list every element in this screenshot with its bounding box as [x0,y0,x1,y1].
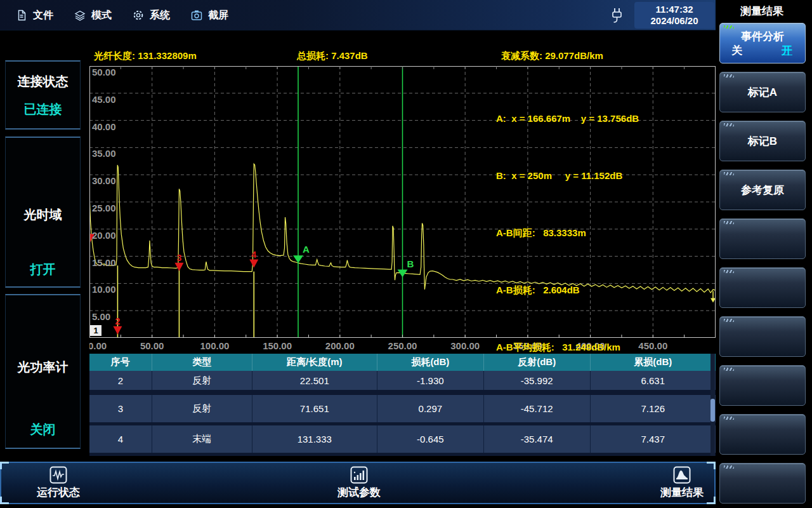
marker-a-button[interactable]: 标记A [719,72,806,112]
corner-mark [724,319,734,322]
marker-letter: A [303,244,310,255]
marker-b-readout: B: x = 250m y = 11.152dB [496,166,639,185]
nav-test-params[interactable]: 测试参数 [311,466,407,500]
x-tick-label: 250.00 [388,340,417,351]
time-text: 11:47:32 [634,4,714,15]
y-tick-label: 35.00 [92,148,116,159]
y-tick-label: 45.00 [92,94,116,105]
reference-restore-button[interactable]: 参考复原 [719,170,806,210]
table-cell: 22.501 [252,371,377,390]
table-cell: 3 [89,395,152,422]
table-cell: -0.645 [377,425,484,453]
menu-item-mode[interactable]: 模式 [74,9,112,22]
menu-button-empty[interactable] [719,365,806,406]
y-tick-label: 10.00 [92,284,116,295]
ab-distance-readout: A-B间距: 83.3333m [496,224,639,243]
table-cell: 反射 [152,371,252,390]
event-number-label: 2 [115,316,121,326]
table-scrollbar[interactable] [710,354,715,456]
x-tick-label: 0.00 [89,340,107,351]
corner-mark [724,368,734,371]
table-cell: 反射 [152,395,252,422]
table-cell: 7.126 [591,395,716,422]
plug-icon [609,6,625,24]
menu-item-label: 模式 [91,9,112,22]
column-header: 累损(dB) [591,354,716,371]
otdr-panel[interactable]: 光时域 打开 [5,137,81,288]
table-cell: -45.712 [484,395,591,422]
otdr-screen: 文件 模式 系统 [0,0,812,508]
table-cell: 0.297 [377,395,484,422]
event-table-header: 序号类型距离/长度(m)损耗(dB)反射(dB)累损(dB) [89,354,716,371]
x-tick-label: 50.00 [140,340,164,351]
marker-letter: B [407,258,414,269]
menu-button-empty[interactable] [719,316,806,357]
file-icon [15,9,28,22]
clock: 11:47:32 2024/06/20 [634,2,714,29]
x-tick-label: 200.00 [325,340,355,351]
y-tick-label: 40.00 [92,121,116,132]
nav-run-status[interactable]: 运行状态 [14,466,103,500]
table-cell: 末端 [152,425,252,453]
event-analysis-off[interactable]: 关 [731,43,742,58]
marker-readout: A: x = 166.667m y = 13.756dB B: x = 250m… [496,71,639,395]
event-number-label: 3 [177,253,182,263]
trace-number-badge: 1 [90,325,102,336]
screenshot-icon [190,9,203,22]
x-tick-label: 300.00 [450,340,480,351]
panel-title: 连接状态 [6,73,80,90]
panel-title: 光功率计 [6,359,80,376]
nav-label: 测试参数 [337,485,381,500]
event-analysis-label: 事件分析 [720,29,805,44]
total-loss-value: 总损耗: 7.437dB [297,50,368,62]
event-analysis-button[interactable]: 事件分析 关 开 [719,23,806,64]
column-header: 反射(dB) [484,354,591,371]
column-header: 序号 [89,354,152,371]
table-cell: -35.992 [484,371,591,390]
nav-measure-results[interactable]: 测量结果 [647,466,717,500]
menu-item-label: 系统 [150,9,170,22]
menu-button-empty[interactable] [719,463,806,504]
menu-item-system[interactable]: 系统 [132,9,170,22]
table-row[interactable]: 2反射22.501-1.930-35.9926.631 [89,371,716,390]
menu-item-file[interactable]: 文件 [15,9,53,22]
x-tick-label: 100.00 [200,340,229,351]
trace-curve-icon [673,466,691,484]
gear-icon [132,9,145,22]
corner-accent [0,462,9,469]
attenuation-value: 衰减系数: 29.077dB/km [501,50,603,62]
y-tick-label: 5.00 [92,311,110,322]
table-cell: 131.333 [252,425,377,453]
table-row[interactable]: 3反射71.6510.297-45.7127.126 [89,395,716,422]
panel-title: 光时域 [6,206,80,224]
table-row[interactable]: 4末端131.333-0.645-35.4747.437 [89,425,716,453]
event-arrow [174,263,183,271]
y-tick-label: 20.00 [92,230,116,241]
event-analysis-on[interactable]: 开 [782,43,792,58]
waveform-icon [49,466,67,484]
top-menu-bar: 文件 模式 系统 [0,0,716,30]
table-cell: 7.437 [591,425,716,453]
scrollbar-thumb[interactable] [710,399,715,422]
table-cell: 4 [89,425,152,453]
trace-end-arrowhead [710,298,716,303]
corner-mark [724,465,734,469]
connection-status-panel[interactable]: 连接状态 已连接 [5,60,81,130]
fiber-length-value: 光纤长度: 131.332809m [94,50,197,62]
menu-item-label: 文件 [33,9,53,22]
column-header: 类型 [152,354,252,371]
bottom-nav: 运行状态 测试参数 测量结果 [0,462,716,504]
menu-button-empty[interactable] [719,218,806,259]
menu-item-screenshot[interactable]: 截屏 [190,9,228,22]
y-tick-label: 30.00 [92,175,116,186]
corner-mark [724,270,734,273]
menu-button-empty[interactable] [719,414,806,455]
corner-mark [724,25,734,29]
table-cell: 6.631 [591,371,716,390]
ab-loss-readout: A-B损耗: 2.604dB [496,281,639,300]
menu-button-empty[interactable] [719,267,806,308]
power-meter-panel[interactable]: 光功率计 关闭 [5,294,81,449]
corner-mark [724,417,734,420]
panel-status: 关闭 [6,421,80,438]
marker-b-button[interactable]: 标记B [719,121,806,161]
